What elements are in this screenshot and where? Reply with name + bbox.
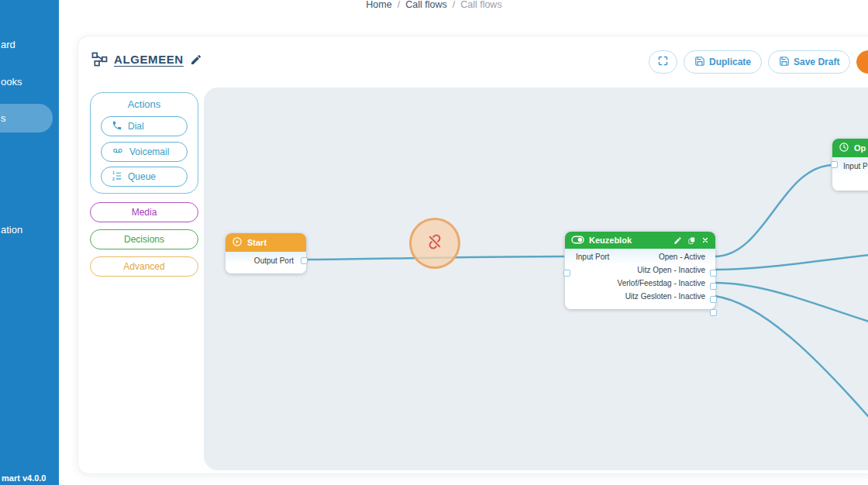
clock-icon (839, 142, 849, 154)
node-schedule[interactable]: Op Input Po (832, 139, 868, 191)
palette-item-label: Queue (128, 171, 156, 182)
duplicate-node-icon[interactable] (687, 236, 696, 245)
save-button[interactable]: Save (856, 50, 868, 74)
duplicate-button[interactable]: Duplicate (684, 50, 762, 74)
node-keuzeblok[interactable]: Keuzeblok (565, 232, 715, 309)
breadcrumb-separator: / (453, 0, 455, 10)
output-port-label: Output Port (254, 256, 294, 265)
breadcrumb: Home / Call flows / Call flows (0, 0, 868, 10)
output-port-uitz-gesloten[interactable] (710, 309, 717, 316)
app-root: { "breadcrumb": { "separator": "/", "ite… (0, 0, 868, 485)
sidebar: ard ooks s ation mart v4.0.0 (0, 0, 59, 485)
sidebar-item-configuration[interactable]: ation (1, 224, 22, 236)
palette-item-queue[interactable]: 1 2 Queue (101, 167, 188, 187)
flow-icon (91, 52, 108, 67)
node-start-body: Output Port (226, 252, 306, 273)
flow-toolbar: Duplicate Save Draft Save (649, 50, 868, 74)
toggle-icon (571, 236, 584, 246)
output-port-uitz-open[interactable] (710, 283, 717, 290)
output-port-label: Open - Active (659, 253, 715, 261)
edit-title-icon[interactable] (190, 53, 202, 66)
actions-group: Actions Dial Voicemail (90, 92, 198, 194)
connection-keuzeblok-uitz-open (715, 253, 868, 270)
input-port-label: Input Port (565, 253, 609, 261)
palette-category-advanced[interactable]: Advanced (90, 256, 198, 277)
disconnect-overlay[interactable] (409, 218, 460, 269)
node-schedule-body: Input Po (832, 157, 868, 191)
input-port[interactable] (831, 161, 838, 168)
palette-item-dial[interactable]: Dial (101, 116, 188, 136)
palette-category-media[interactable]: Media (90, 202, 198, 222)
flow-title-row: ALGEMEEN (91, 52, 202, 67)
sidebar-active-highlight (0, 104, 53, 132)
node-title: Keuzeblok (589, 236, 632, 245)
palette-category-decisions[interactable]: Decisions (90, 229, 198, 249)
svg-text:2: 2 (112, 176, 115, 181)
duplicate-label: Duplicate (709, 57, 751, 67)
output-port-label: Uitz Gesloten - Inactive (625, 292, 715, 301)
output-port-open[interactable] (710, 270, 717, 277)
unlink-icon (425, 232, 444, 254)
node-schedule-header: Op (832, 139, 868, 157)
output-port[interactable] (301, 257, 308, 264)
node-keuzeblok-body: Input Port Open - Active Uitz Open - Ina… (565, 249, 715, 309)
connection-lines (204, 88, 868, 470)
numbered-list-icon: 1 2 (112, 170, 122, 184)
node-start[interactable]: Start Output Port (226, 233, 306, 273)
node-keuzeblok-header: Keuzeblok (565, 232, 715, 249)
category-label: Decisions (124, 234, 164, 245)
connection-keuzeblok-uitz-gesloten (715, 296, 868, 435)
node-title: Start (247, 238, 267, 247)
palette-item-label: Voicemail (129, 146, 169, 157)
sidebar-item-dashboard[interactable]: ard (1, 39, 16, 50)
breadcrumb-call-flows[interactable]: Call flows (405, 0, 447, 10)
input-port[interactable] (563, 270, 570, 277)
connection-keuzeblok-open (715, 165, 834, 256)
node-start-header: Start (226, 233, 306, 252)
category-label: Advanced (123, 261, 164, 272)
voicemail-icon (112, 146, 124, 158)
palette-item-voicemail[interactable]: Voicemail (101, 142, 188, 162)
save-disk-icon (779, 56, 790, 69)
input-port-label: Input Po (843, 162, 868, 170)
output-port-label: Uitz Open - Inactive (637, 266, 715, 274)
node-title: Op (854, 143, 866, 153)
breadcrumb-separator: / (398, 0, 400, 10)
flow-title[interactable]: ALGEMEEN (114, 53, 184, 66)
category-label: Media (132, 207, 157, 218)
save-disk-icon (694, 56, 705, 69)
close-node-icon[interactable] (701, 236, 709, 244)
breadcrumb-home[interactable]: Home (366, 0, 391, 10)
output-port-verlof[interactable] (710, 296, 717, 303)
port-row: Uitz Gesloten - Inactive (565, 290, 715, 303)
sidebar-item-call-flows[interactable]: s (1, 112, 6, 124)
output-port-label: Verlof/Feestdag - Inactive (618, 279, 715, 287)
port-row: Input Port Open - Active (565, 250, 715, 263)
save-draft-button[interactable]: Save Draft (768, 50, 850, 74)
palette-item-label: Dial (128, 121, 144, 132)
play-circle-icon (232, 236, 243, 249)
port-row: Uitz Open - Inactive (565, 263, 715, 277)
flow-canvas[interactable]: Start Output Port Keuzeblok (204, 88, 868, 470)
edit-node-icon[interactable] (673, 236, 682, 245)
fullscreen-icon (657, 55, 669, 69)
app-version: mart v4.0.0 (2, 473, 46, 483)
sidebar-item-phonebooks[interactable]: ooks (1, 76, 22, 88)
phone-icon (112, 120, 122, 133)
save-draft-label: Save Draft (794, 57, 839, 67)
flow-editor-card: ALGEMEEN Duplicate (78, 36, 868, 474)
fullscreen-button[interactable] (649, 50, 677, 74)
port-row: Verlof/Feestdag - Inactive (565, 277, 715, 290)
svg-text:1: 1 (112, 170, 115, 175)
actions-group-title[interactable]: Actions (91, 98, 198, 110)
connection-keuzeblok-verlof (715, 283, 868, 326)
node-header-actions (673, 236, 709, 245)
breadcrumb-current: Call flows (460, 0, 502, 10)
